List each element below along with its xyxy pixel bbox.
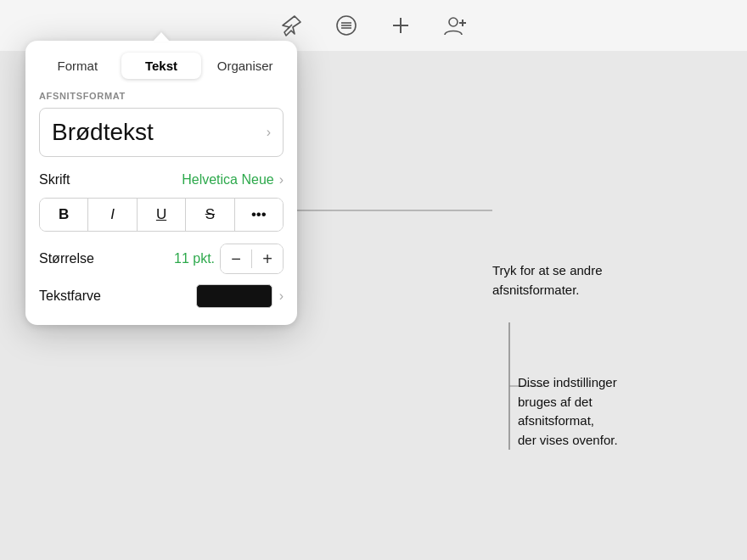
underline-label: U xyxy=(156,206,166,223)
font-row: Skrift Helvetica Neue › xyxy=(39,172,284,188)
color-chevron: › xyxy=(279,288,284,304)
annotation-2-text: Disse indstillingerbruges af detafsnitsf… xyxy=(518,375,618,447)
decrease-size-button[interactable]: − xyxy=(221,244,251,273)
font-value: Helvetica Neue xyxy=(182,172,274,188)
bold-label: B xyxy=(59,206,69,223)
pin-icon[interactable] xyxy=(278,12,306,39)
svg-point-7 xyxy=(449,18,458,26)
font-value-group[interactable]: Helvetica Neue › xyxy=(182,172,284,188)
tab-bar: Format Tekst Organiser xyxy=(25,41,297,79)
bold-button[interactable]: B xyxy=(40,199,88,231)
panel-body: AFSNITSFORMAT Brødtekst › Skrift Helveti… xyxy=(25,79,297,308)
strikethrough-label: S xyxy=(205,206,215,223)
more-button[interactable]: ••• xyxy=(235,199,283,231)
color-row: Tekstfarve › xyxy=(39,284,284,308)
annotation-2: Disse indstillingerbruges af detafsnitsf… xyxy=(518,373,618,450)
lines-icon[interactable] xyxy=(333,12,360,39)
font-style-row: B I U S ••• xyxy=(39,198,284,232)
section-label: AFSNITSFORMAT xyxy=(39,91,284,101)
size-btn-wrap: − + xyxy=(220,244,284,274)
italic-button[interactable]: I xyxy=(88,199,137,231)
annotation-1-text: Tryk for at se andreafsnitsformater. xyxy=(492,263,603,297)
person-add-icon[interactable] xyxy=(441,12,469,39)
tab-tekst[interactable]: Tekst xyxy=(121,53,202,79)
strikethrough-button[interactable]: S xyxy=(186,199,234,231)
font-chevron: › xyxy=(279,172,284,188)
color-swatch-wrap[interactable]: › xyxy=(196,284,284,308)
size-value: 11 pkt. xyxy=(169,251,220,266)
font-label: Skrift xyxy=(39,172,70,188)
size-row: Størrelse 11 pkt. − + xyxy=(39,244,284,274)
paragraph-style-text: Brødtekst xyxy=(52,119,154,146)
paragraph-style-box[interactable]: Brødtekst › xyxy=(39,108,284,157)
increase-size-button[interactable]: + xyxy=(252,244,283,273)
size-label: Størrelse xyxy=(39,251,94,266)
tab-organiser[interactable]: Organiser xyxy=(205,53,285,79)
size-controls: 11 pkt. − + xyxy=(169,244,284,274)
more-label: ••• xyxy=(251,206,267,223)
color-swatch xyxy=(196,284,272,308)
underline-button[interactable]: U xyxy=(138,199,186,231)
panel: Format Tekst Organiser AFSNITSFORMAT Brø… xyxy=(25,41,297,325)
tab-format[interactable]: Format xyxy=(37,53,118,79)
annotation-1: Tryk for at se andreafsnitsformater. xyxy=(492,261,603,300)
add-icon[interactable] xyxy=(387,12,414,39)
paragraph-style-chevron: › xyxy=(267,125,271,140)
italic-label: I xyxy=(110,206,115,223)
color-label: Tekstfarve xyxy=(39,288,101,304)
